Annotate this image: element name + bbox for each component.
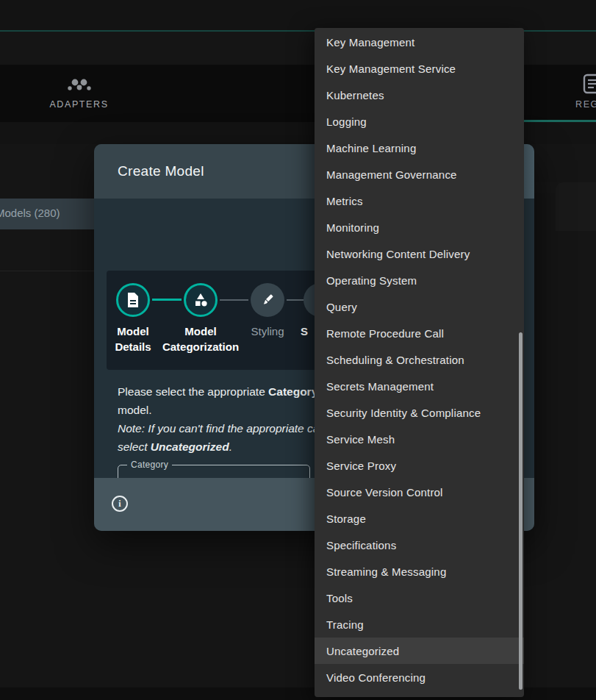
step-model-details: [116, 283, 150, 317]
adapters-label: ADAPTERS: [49, 99, 108, 110]
category-dropdown-menu: Key ManagementKey Management ServiceKube…: [315, 28, 524, 697]
step-label-styling: Styling: [227, 324, 308, 339]
menu-scrollbar[interactable]: [519, 332, 523, 690]
menu-item[interactable]: Tools: [315, 585, 524, 611]
menu-item[interactable]: Management Governance: [315, 161, 524, 188]
menu-item[interactable]: Service Mesh: [315, 426, 524, 452]
menu-item[interactable]: Machine Learning: [315, 135, 524, 161]
menu-item[interactable]: Query: [315, 293, 524, 320]
menu-item[interactable]: Networking Content Delivery: [315, 240, 524, 267]
shapes-icon: [193, 293, 209, 307]
menu-item[interactable]: Specifications: [315, 532, 524, 558]
paintbrush-icon: [260, 293, 275, 307]
registry-icon: [583, 74, 596, 94]
registries-label: REG: [575, 99, 596, 110]
adapters-icon: [65, 77, 93, 93]
stepper-connector-2: [220, 299, 248, 301]
menu-item[interactable]: Secrets Management: [315, 373, 524, 399]
info-icon[interactable]: [112, 496, 128, 512]
menu-item[interactable]: Streaming & Messaging: [315, 558, 524, 585]
menu-item[interactable]: Scheduling & Orchestration: [315, 346, 524, 373]
models-tab[interactable]: Models (280): [0, 199, 94, 229]
menu-item[interactable]: Remote Procedure Call: [315, 320, 524, 346]
app-screen: { "nav": { "adapters_label": "ADAPTERS",…: [0, 0, 596, 700]
menu-item[interactable]: Uncategorized: [315, 638, 524, 664]
menu-item[interactable]: Metrics: [315, 188, 524, 214]
top-bar: [0, 0, 596, 30]
background-table-divider: [0, 271, 94, 271]
background-panel-right: [556, 182, 596, 231]
document-icon: [126, 292, 140, 308]
menu-item[interactable]: Storage: [315, 505, 524, 532]
menu-item[interactable]: Operating System: [315, 267, 524, 293]
menu-item[interactable]: Service Proxy: [315, 452, 524, 479]
menu-item[interactable]: Logging: [315, 108, 524, 135]
step-styling: [251, 283, 284, 317]
menu-item[interactable]: Security Identity & Compliance: [315, 399, 524, 426]
menu-item[interactable]: Source Version Control: [315, 479, 524, 505]
menu-item[interactable]: Key Management: [315, 29, 524, 55]
stepper-connector-3: [287, 299, 304, 301]
menu-item[interactable]: Video Conferencing: [315, 664, 524, 690]
menu-item[interactable]: Tracing: [315, 611, 524, 638]
tab-registries[interactable]: REG: [559, 68, 596, 119]
tab-adapters[interactable]: ADAPTERS: [29, 68, 129, 119]
stepper-connector-1: [152, 299, 182, 301]
menu-item[interactable]: Kubernetes: [315, 82, 524, 108]
models-tab-label: Models (280): [0, 207, 60, 219]
menu-item[interactable]: Monitoring: [315, 214, 524, 240]
menu-item[interactable]: Key Management Service: [315, 55, 524, 82]
step-model-categorization: [184, 283, 218, 317]
dialog-title: Create Model: [118, 144, 204, 199]
category-menu-list: Key ManagementKey Management ServiceKube…: [315, 29, 524, 690]
